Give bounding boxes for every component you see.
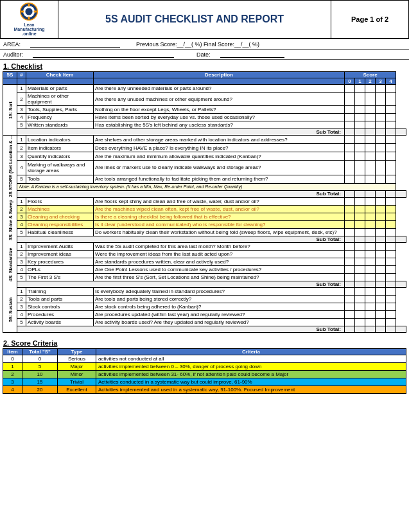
score-cell-2[interactable] (365, 242, 376, 250)
score-cell-3[interactable] (376, 220, 386, 228)
score-cell-0[interactable] (345, 303, 355, 310)
score-cell-0[interactable] (345, 106, 355, 114)
score-cell-4[interactable] (386, 310, 396, 318)
score-cell-1[interactable] (355, 106, 365, 114)
score-cell-2[interactable] (365, 144, 376, 152)
score-cell-3[interactable] (376, 273, 386, 281)
score-cell-0[interactable] (345, 310, 355, 318)
score-cell-3[interactable] (376, 228, 386, 236)
score-cell-3[interactable] (376, 93, 386, 106)
score-cell-0[interactable] (345, 175, 355, 183)
score-cell-4[interactable] (386, 295, 396, 303)
score-cell-3[interactable] (376, 114, 386, 121)
score-cell-4[interactable] (386, 121, 396, 129)
score-cell-0[interactable] (345, 220, 355, 228)
score-cell-3[interactable] (376, 250, 386, 258)
score-cell-1[interactable] (355, 85, 365, 93)
score-cell-0[interactable] (345, 287, 355, 295)
score-cell-2[interactable] (365, 121, 376, 129)
score-cell-2[interactable] (365, 258, 376, 265)
score-cell-1[interactable] (355, 295, 365, 303)
score-cell-3[interactable] (376, 121, 386, 129)
score-cell-0[interactable] (345, 161, 355, 175)
score-cell-2[interactable] (365, 310, 376, 318)
score-cell-2[interactable] (365, 161, 376, 175)
score-cell-1[interactable] (355, 265, 365, 273)
score-cell-1[interactable] (355, 175, 365, 183)
score-cell-0[interactable] (345, 213, 355, 220)
score-cell-3[interactable] (376, 318, 386, 326)
score-cell-4[interactable] (386, 228, 396, 236)
score-cell-1[interactable] (355, 121, 365, 129)
score-cell-4[interactable] (386, 136, 396, 144)
score-cell-2[interactable] (365, 152, 376, 161)
score-cell-1[interactable] (355, 161, 365, 175)
score-cell-0[interactable] (345, 197, 355, 205)
score-cell-3[interactable] (376, 295, 386, 303)
score-cell-3[interactable] (376, 106, 386, 114)
score-cell-4[interactable] (386, 85, 396, 93)
score-cell-0[interactable] (345, 228, 355, 236)
score-cell-0[interactable] (345, 121, 355, 129)
score-cell-2[interactable] (365, 136, 376, 144)
score-cell-3[interactable] (376, 242, 386, 250)
score-cell-3[interactable] (376, 144, 386, 152)
score-cell-4[interactable] (386, 303, 396, 310)
score-cell-2[interactable] (365, 93, 376, 106)
score-cell-2[interactable] (365, 213, 376, 220)
score-cell-0[interactable] (345, 318, 355, 326)
score-cell-4[interactable] (386, 250, 396, 258)
score-cell-3[interactable] (376, 197, 386, 205)
score-cell-2[interactable] (365, 318, 376, 326)
score-cell-4[interactable] (386, 152, 396, 161)
score-cell-2[interactable] (365, 106, 376, 114)
score-cell-3[interactable] (376, 152, 386, 161)
score-cell-1[interactable] (355, 318, 365, 326)
score-cell-1[interactable] (355, 303, 365, 310)
score-cell-1[interactable] (355, 114, 365, 121)
date-input[interactable] (220, 51, 284, 58)
score-cell-0[interactable] (345, 273, 355, 281)
score-cell-3[interactable] (376, 136, 386, 144)
score-cell-4[interactable] (386, 318, 396, 326)
score-cell-3[interactable] (376, 85, 386, 93)
score-cell-0[interactable] (345, 242, 355, 250)
score-cell-1[interactable] (355, 205, 365, 213)
score-cell-2[interactable] (365, 303, 376, 310)
score-cell-3[interactable] (376, 303, 386, 310)
score-cell-0[interactable] (345, 136, 355, 144)
score-cell-1[interactable] (355, 144, 365, 152)
score-cell-0[interactable] (345, 152, 355, 161)
score-cell-1[interactable] (355, 310, 365, 318)
score-cell-4[interactable] (386, 287, 396, 295)
score-cell-2[interactable] (365, 114, 376, 121)
score-cell-1[interactable] (355, 220, 365, 228)
score-cell-0[interactable] (345, 295, 355, 303)
score-cell-4[interactable] (386, 273, 396, 281)
score-cell-0[interactable] (345, 205, 355, 213)
score-cell-2[interactable] (365, 85, 376, 93)
auditor-input[interactable] (33, 51, 174, 58)
score-cell-1[interactable] (355, 213, 365, 220)
score-cell-0[interactable] (345, 93, 355, 106)
score-cell-2[interactable] (365, 205, 376, 213)
score-cell-3[interactable] (376, 213, 386, 220)
score-cell-2[interactable] (365, 175, 376, 183)
score-cell-4[interactable] (386, 265, 396, 273)
score-cell-3[interactable] (376, 287, 386, 295)
score-cell-2[interactable] (365, 250, 376, 258)
score-cell-0[interactable] (345, 114, 355, 121)
score-cell-3[interactable] (376, 205, 386, 213)
score-cell-1[interactable] (355, 242, 365, 250)
score-cell-2[interactable] (365, 273, 376, 281)
score-cell-0[interactable] (345, 258, 355, 265)
score-cell-4[interactable] (386, 161, 396, 175)
score-cell-4[interactable] (386, 205, 396, 213)
score-cell-0[interactable] (345, 144, 355, 152)
score-cell-4[interactable] (386, 144, 396, 152)
score-cell-2[interactable] (365, 220, 376, 228)
score-cell-0[interactable] (345, 265, 355, 273)
score-cell-4[interactable] (386, 242, 396, 250)
score-cell-0[interactable] (345, 250, 355, 258)
score-cell-2[interactable] (365, 197, 376, 205)
